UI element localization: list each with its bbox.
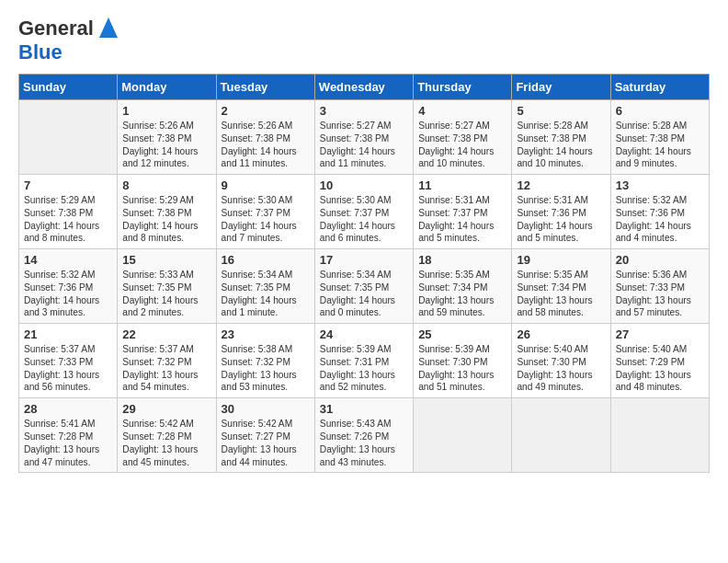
day-info-line: and 56 minutes.: [24, 381, 112, 394]
calendar-cell: 24Sunrise: 5:39 AMSunset: 7:31 PMDayligh…: [314, 324, 413, 398]
calendar-cell: 8Sunrise: 5:29 AMSunset: 7:38 PMDaylight…: [118, 175, 216, 249]
day-info-line: and 5 minutes.: [418, 232, 506, 245]
day-info-line: Daylight: 13 hours: [418, 369, 506, 382]
day-info-line: Sunset: 7:35 PM: [122, 282, 210, 294]
day-info-line: Sunrise: 5:34 AM: [320, 269, 408, 282]
day-info-line: Daylight: 14 hours: [24, 294, 112, 307]
day-info-line: Daylight: 14 hours: [418, 145, 506, 158]
day-info-line: and 58 minutes.: [517, 306, 605, 319]
day-number: 23: [222, 327, 310, 341]
day-info-line: Sunrise: 5:37 AM: [122, 343, 210, 356]
day-info-line: Sunrise: 5:42 AM: [222, 418, 310, 431]
day-info-line: and 53 minutes.: [222, 381, 310, 394]
day-info-line: and 5 minutes.: [517, 232, 605, 245]
day-info-line: and 12 minutes.: [122, 157, 210, 170]
weekday-header-wednesday: Wednesday: [314, 75, 413, 100]
weekday-header-row: SundayMondayTuesdayWednesdayThursdayFrid…: [19, 75, 710, 100]
day-info-line: Sunset: 7:38 PM: [122, 132, 210, 145]
day-info-line: Sunset: 7:35 PM: [320, 282, 408, 294]
day-info-line: Sunset: 7:38 PM: [222, 132, 310, 145]
day-info-line: Sunrise: 5:37 AM: [24, 343, 112, 356]
day-info-line: Daylight: 13 hours: [222, 443, 310, 456]
weekday-header-sunday: Sunday: [19, 75, 118, 100]
day-info-line: Sunrise: 5:42 AM: [122, 418, 210, 431]
day-info-line: Daylight: 14 hours: [222, 294, 310, 307]
day-number: 31: [320, 402, 408, 416]
day-info-line: Sunrise: 5:40 AM: [616, 343, 704, 356]
day-number: 7: [24, 178, 112, 192]
day-number: 11: [418, 178, 506, 192]
weekday-header-friday: Friday: [512, 75, 610, 100]
day-number: 5: [517, 104, 605, 118]
day-number: 17: [320, 253, 408, 267]
day-info-line: Daylight: 13 hours: [517, 294, 605, 307]
calendar-cell: 5Sunrise: 5:28 AMSunset: 7:38 PMDaylight…: [512, 100, 610, 175]
day-info-line: and 51 minutes.: [418, 381, 506, 394]
day-info-line: and 0 minutes.: [320, 306, 408, 319]
day-info-line: and 48 minutes.: [616, 381, 704, 394]
calendar-cell: 1Sunrise: 5:26 AMSunset: 7:38 PMDaylight…: [118, 100, 216, 175]
day-info-line: Sunset: 7:30 PM: [517, 356, 605, 369]
calendar-cell: [414, 398, 512, 473]
day-info-line: Sunset: 7:28 PM: [122, 431, 210, 443]
day-info-line: Daylight: 13 hours: [616, 294, 704, 307]
logo-general: General: [18, 17, 94, 40]
day-number: 28: [24, 402, 112, 416]
calendar-cell: 27Sunrise: 5:40 AMSunset: 7:29 PMDayligh…: [610, 324, 709, 398]
day-info-line: and 10 minutes.: [517, 157, 605, 170]
day-info-line: Sunrise: 5:30 AM: [222, 194, 310, 207]
day-info-line: Sunrise: 5:41 AM: [24, 418, 112, 431]
calendar-cell: 13Sunrise: 5:32 AMSunset: 7:36 PMDayligh…: [610, 175, 709, 249]
day-info-line: Sunset: 7:37 PM: [320, 207, 408, 220]
day-number: 1: [122, 104, 210, 118]
day-info-line: Sunset: 7:38 PM: [418, 132, 506, 145]
day-info-line: Sunrise: 5:29 AM: [24, 194, 112, 207]
day-info-line: Sunset: 7:33 PM: [616, 282, 704, 294]
day-info-line: Sunrise: 5:40 AM: [517, 343, 605, 356]
day-info-line: Sunset: 7:27 PM: [222, 431, 310, 443]
day-info-line: Daylight: 14 hours: [122, 145, 210, 158]
day-number: 16: [222, 253, 310, 267]
day-info-line: Sunset: 7:26 PM: [320, 431, 408, 443]
calendar-cell: 12Sunrise: 5:31 AMSunset: 7:36 PMDayligh…: [512, 175, 610, 249]
day-info-line: and 8 minutes.: [122, 232, 210, 245]
logo-icon: [96, 16, 121, 40]
day-info-line: Sunset: 7:37 PM: [418, 207, 506, 220]
day-info-line: Sunrise: 5:35 AM: [418, 269, 506, 282]
weekday-header-tuesday: Tuesday: [216, 75, 314, 100]
day-number: 6: [616, 104, 704, 118]
day-info-line: and 3 minutes.: [24, 306, 112, 319]
calendar-cell: 2Sunrise: 5:26 AMSunset: 7:38 PMDaylight…: [216, 100, 314, 175]
day-info-line: Sunrise: 5:38 AM: [222, 343, 310, 356]
calendar-cell: 18Sunrise: 5:35 AMSunset: 7:34 PMDayligh…: [414, 249, 512, 324]
day-number: 22: [122, 327, 210, 341]
day-info-line: Sunrise: 5:31 AM: [418, 194, 506, 207]
day-info-line: and 6 minutes.: [320, 232, 408, 245]
day-info-line: and 44 minutes.: [222, 456, 310, 469]
day-info-line: Sunset: 7:35 PM: [222, 282, 310, 294]
day-info-line: Sunrise: 5:26 AM: [222, 120, 310, 132]
day-info-line: Sunrise: 5:31 AM: [517, 194, 605, 207]
day-info-line: Sunset: 7:38 PM: [122, 207, 210, 220]
day-info-line: and 1 minute.: [222, 306, 310, 319]
day-info-line: Daylight: 14 hours: [517, 220, 605, 233]
day-info-line: Sunset: 7:36 PM: [24, 282, 112, 294]
day-info-line: Sunrise: 5:32 AM: [24, 269, 112, 282]
day-info-line: Sunset: 7:31 PM: [320, 356, 408, 369]
day-info-line: and 4 minutes.: [616, 232, 704, 245]
week-row-4: 21Sunrise: 5:37 AMSunset: 7:33 PMDayligh…: [19, 324, 710, 398]
day-info-line: Sunset: 7:32 PM: [122, 356, 210, 369]
calendar-cell: 16Sunrise: 5:34 AMSunset: 7:35 PMDayligh…: [216, 249, 314, 324]
day-info-line: and 43 minutes.: [320, 456, 408, 469]
day-info-line: Sunrise: 5:39 AM: [418, 343, 506, 356]
day-info-line: Sunset: 7:38 PM: [24, 207, 112, 220]
week-row-1: 1Sunrise: 5:26 AMSunset: 7:38 PMDaylight…: [19, 100, 710, 175]
day-info-line: Daylight: 14 hours: [616, 145, 704, 158]
day-info-line: Daylight: 13 hours: [24, 443, 112, 456]
day-number: 25: [418, 327, 506, 341]
day-info-line: Sunrise: 5:27 AM: [320, 120, 408, 132]
day-info-line: and 10 minutes.: [418, 157, 506, 170]
day-info-line: Daylight: 14 hours: [24, 220, 112, 233]
day-number: 13: [616, 178, 704, 192]
day-number: 21: [24, 327, 112, 341]
